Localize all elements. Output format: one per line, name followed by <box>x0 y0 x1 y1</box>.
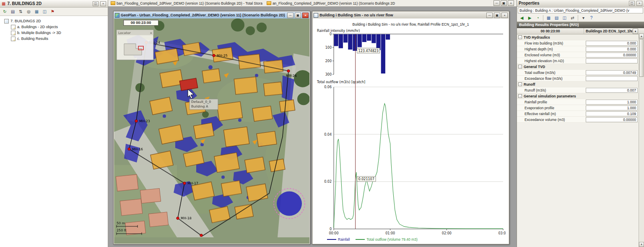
dock-icon[interactable]: ◫ <box>93 1 99 6</box>
mdi-window-buttons: ─ ▣ × <box>493 0 514 6</box>
property-value[interactable] <box>586 76 638 81</box>
properties-scrollbar[interactable]: ▲ ▼ <box>639 34 644 247</box>
scrollbar-thumb[interactable] <box>639 39 644 77</box>
collapse-icon[interactable]: - <box>518 35 522 39</box>
toolbar-separator <box>578 15 578 21</box>
help-icon[interactable]: ? <box>588 15 595 21</box>
legend-label: Total outflow (Volume 79.40 m3) <box>366 237 417 242</box>
filter-icon[interactable]: ▾ <box>580 15 587 21</box>
close-icon[interactable]: × <box>100 1 106 6</box>
simulation-time-display[interactable]: 00 00:23:00 <box>123 20 158 26</box>
property-row: Flow into building (m3/s)0.000 <box>517 40 639 46</box>
property-label: Total outflow (m3/s) <box>525 70 556 76</box>
property-value[interactable]: 0.007 <box>586 88 638 93</box>
back-icon[interactable]: ◀ <box>518 15 525 21</box>
close-icon[interactable]: × <box>636 1 642 6</box>
close-icon[interactable]: × <box>302 13 309 18</box>
graph-icon <box>314 13 318 18</box>
property-value[interactable] <box>586 58 638 63</box>
chart-title: Building i Building Sim - no u/s river f… <box>313 18 509 26</box>
tree-item-building-results[interactable]: c. Building Results <box>0 36 108 42</box>
property-value[interactable]: 0.00000 <box>586 117 638 122</box>
map-tooltip: Default_0_0 Building A <box>190 99 218 110</box>
group-icon[interactable]: ▦ <box>33 8 40 15</box>
svg-text:Rainfall intensity (mm/hr): Rainfall intensity (mm/hr) <box>317 29 360 33</box>
properties-header: Building Results Properties (R/O) <box>517 22 644 28</box>
svg-text:300: 300 <box>325 73 332 76</box>
window-tab-label: an_Flooding_Completed_2dRiver_DEMO (vers… <box>273 1 395 5</box>
scroll-down-icon[interactable]: ▼ <box>639 242 644 247</box>
property-value[interactable]: 0.109 <box>586 111 638 116</box>
property-value[interactable]: 0.000 <box>586 47 638 52</box>
columns-icon[interactable]: ◫ <box>561 15 568 21</box>
properties-icon[interactable]: ▤ <box>9 8 16 15</box>
property-value[interactable]: 1.000 <box>586 105 638 110</box>
refresh-icon[interactable]: ↻ <box>1 8 8 15</box>
properties-rows: -TVD HydraulicsFlow into building (m3/s)… <box>517 34 639 123</box>
window-tab-total-storage[interactable]: ban_Flooding_Completed_2dRiver_DEMO (ver… <box>111 1 262 5</box>
property-value[interactable]: 0.000 <box>586 41 638 46</box>
minimize-icon[interactable]: ─ <box>493 0 500 6</box>
collapse-icon[interactable]: - <box>518 94 522 98</box>
minimize-icon[interactable]: ─ <box>287 13 293 18</box>
document-icon <box>11 25 16 29</box>
flag-icon[interactable]: ⚑ <box>49 8 56 15</box>
restore-icon[interactable]: ▣ <box>501 0 507 6</box>
column-dropdown-icon[interactable]: ▾ <box>633 29 638 34</box>
time-step-icon[interactable]: ◔ <box>534 15 541 21</box>
object-path: Building : Building A : Urban_Flooding_C… <box>518 8 643 13</box>
scroll-up-icon[interactable]: ▲ <box>639 34 644 39</box>
table-icon[interactable]: ▤ <box>553 15 560 21</box>
properties-titlebar: Properties ◫ × <box>517 0 644 7</box>
property-row: Effective rainfall (m)0.109 <box>517 111 639 117</box>
geoplan-viewport[interactable]: MH-24 MH-25 MH-26 MH-23 MH-16 MH-17 MH-1… <box>114 18 309 244</box>
property-label: Exceedance volume (m3) <box>525 117 565 123</box>
property-label: Enclosed volume (m3) <box>525 52 560 58</box>
maximize-icon[interactable]: ▣ <box>295 13 301 18</box>
minimize-icon[interactable]: ─ <box>486 13 493 18</box>
grid-icon[interactable]: ▦ <box>545 15 552 21</box>
tree-item-multiple-buildings-3d[interactable]: b. Mulitple Buildings -> 3D <box>0 30 108 36</box>
manhole-label: MH-17 <box>187 181 198 185</box>
geoplan-map[interactable]: MH-24 MH-25 MH-26 MH-23 MH-16 MH-17 MH-1… <box>114 18 309 237</box>
model-group-panel: ▦ 7. BUILDINGS 2D ◫ × ↻▤⇅◎▦◫⚑ 7. BUILDIN… <box>0 0 108 247</box>
property-value[interactable]: 0.00749 <box>586 70 638 75</box>
dock-icon[interactable]: ◫ <box>629 1 635 6</box>
close-icon[interactable]: × <box>150 31 153 35</box>
property-value[interactable]: 1.000 <box>586 100 638 105</box>
svg-text:123.474823: 123.474823 <box>358 49 379 53</box>
svg-text:0: 0 <box>330 227 332 231</box>
property-row: Enclosed volume (m3)0.00000 <box>517 52 639 58</box>
panel-title: Properties <box>519 1 627 5</box>
close-icon[interactable]: × <box>508 0 514 6</box>
graph-window: Building i Building Sim - no u/s river f… <box>312 11 509 244</box>
geoplan-titlebar[interactable]: GeoPlan - Urban_Flooding_Completed_2dRiv… <box>114 12 309 18</box>
window-tab-strip: ban_Flooding_Completed_2dRiver_DEMO (ver… <box>108 0 517 7</box>
manhole-label: MH-18 <box>181 217 192 221</box>
property-group-row: -General simulation parameters <box>517 93 639 99</box>
collapse-icon[interactable]: - <box>518 65 522 68</box>
tooltip-line2: Building A <box>191 105 208 108</box>
graph-viewport[interactable]: Building i Building Sim - no u/s river f… <box>313 18 509 244</box>
new-window-icon[interactable]: ◫ <box>41 8 48 15</box>
tree-item-buildings-2d[interactable]: 7. BUILDINGS 2D <box>0 18 108 24</box>
graph-legend: RainfallTotal outflow (Volume 79.40 m3) <box>327 237 418 242</box>
locator-inset[interactable]: Locator × <box>117 30 153 60</box>
graph-titlebar[interactable]: Building i Building Sim - no u/s river f… <box>313 12 509 18</box>
properties-panel: Properties ◫ × Building : Building A : U… <box>517 0 644 247</box>
timestep-column-header[interactable]: 00 00:23:00 <box>517 28 584 34</box>
manhole-label: MH-23 <box>139 119 150 123</box>
find-icon[interactable]: ◎ <box>25 8 32 15</box>
tree-item-buildings-2d-objects[interactable]: a. Buildings - 2D objects <box>0 24 108 30</box>
resultset-column-header[interactable]: Buildings 2D ECN_1pct_1hr_1 <box>586 28 632 34</box>
sort-icon[interactable]: ⇅ <box>17 8 24 15</box>
collapse-icon[interactable]: - <box>518 82 522 86</box>
forward-icon[interactable]: ▶ <box>526 15 533 21</box>
graph-canvas[interactable]: Rainfall intensity (mm/hr)0100200300Tota… <box>316 28 506 236</box>
maximize-icon[interactable]: ▣ <box>494 13 500 18</box>
window-tab-network[interactable]: an_Flooding_Completed_2dRiver_DEMO (vers… <box>267 1 395 5</box>
close-icon[interactable]: × <box>501 13 508 18</box>
property-value[interactable]: 0.00000 <box>586 53 638 58</box>
link-icon[interactable]: ⇄ <box>569 15 576 21</box>
legend-label: Rainfall <box>338 237 350 242</box>
